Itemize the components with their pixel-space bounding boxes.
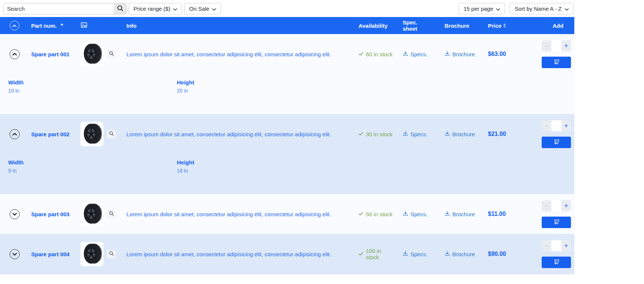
parts-catalog-page: Price range ($) On Sale 15 per page Sort… xyxy=(0,0,644,274)
add-to-cart-button[interactable] xyxy=(542,217,571,228)
sort-arrows-icon xyxy=(503,23,506,28)
row-main: Spare part 004 xyxy=(0,234,574,274)
magnifier-icon xyxy=(109,211,114,217)
sort-arrows-icon xyxy=(60,23,63,28)
cart-icon xyxy=(553,258,560,266)
part-name-link[interactable]: Spare part 001 xyxy=(31,51,69,57)
expander-chevron-icon xyxy=(12,213,17,216)
row-details: Width 9 in Height 18 in xyxy=(0,154,574,194)
chevron-up-icon xyxy=(12,23,17,29)
part-name-link[interactable]: Spare part 002 xyxy=(31,131,69,137)
quantity-decrease-button[interactable]: – xyxy=(542,200,551,211)
row-expander-button[interactable] xyxy=(10,209,20,219)
specs-download-link[interactable]: Specs. xyxy=(403,211,427,217)
row-main: Spare part 002 xyxy=(0,114,574,154)
header-availability: Availability xyxy=(346,23,393,29)
header-part-num[interactable]: Part num. xyxy=(24,23,78,29)
quantity-stepper: – + xyxy=(542,120,571,131)
table-row: Spare part 002 xyxy=(0,114,574,194)
width-value: 10 in xyxy=(8,88,177,94)
specs-download-link[interactable]: Specs. xyxy=(403,131,427,137)
parts-table: Part num. Info Availability Spec xyxy=(0,17,574,274)
row-main: Spare part 003 xyxy=(0,194,574,234)
chevron-down-icon xyxy=(565,6,569,12)
specs-download-link[interactable]: Specs. xyxy=(403,51,427,57)
height-detail: Height 18 in xyxy=(177,159,346,174)
brochure-download-link[interactable]: Brochure xyxy=(445,211,475,217)
zoom-image-button[interactable] xyxy=(107,210,116,218)
quantity-increase-button[interactable]: + xyxy=(561,120,571,131)
row-expander-button[interactable] xyxy=(10,49,20,59)
table-body: Spare part 001 xyxy=(0,34,574,274)
magnifier-icon xyxy=(109,51,114,57)
add-to-cart-button[interactable] xyxy=(542,57,571,68)
price-value: $63.00 xyxy=(488,51,506,57)
zoom-image-button[interactable] xyxy=(107,50,116,59)
magnifier-icon xyxy=(109,131,114,137)
quantity-input[interactable] xyxy=(551,200,561,211)
specs-download-link[interactable]: Specs. xyxy=(403,251,427,257)
height-detail: Height 20 in xyxy=(177,79,346,94)
specs-link-label: Specs. xyxy=(410,251,427,257)
stock-status: 50 in stock xyxy=(366,211,393,217)
part-name-link[interactable]: Spare part 003 xyxy=(31,211,69,217)
brochure-download-link[interactable]: Brochure xyxy=(445,51,475,57)
header-add: Add xyxy=(517,23,574,29)
price-range-filter-label: Price range ($) xyxy=(133,6,170,12)
chevron-down-icon xyxy=(212,6,216,12)
width-label: Width xyxy=(8,159,177,166)
part-name-link[interactable]: Spare part 004 xyxy=(31,251,69,257)
quantity-increase-button[interactable]: + xyxy=(561,240,571,251)
row-details: Width 10 in Height 20 in xyxy=(0,74,574,114)
page-size-select[interactable]: 15 per page xyxy=(459,3,505,14)
search-button[interactable] xyxy=(114,3,126,14)
quantity-input[interactable] xyxy=(551,120,561,131)
quantity-stepper: – + xyxy=(542,200,571,211)
tire-image xyxy=(82,203,102,226)
image-icon xyxy=(80,21,87,30)
row-expander-button[interactable] xyxy=(10,129,20,139)
tire-image xyxy=(82,123,102,146)
quantity-decrease-button[interactable]: – xyxy=(542,40,551,51)
row-expander-button[interactable] xyxy=(10,249,20,259)
header-brochure-label: Brochure xyxy=(445,23,469,29)
cart-icon xyxy=(553,218,560,226)
price-value: $90.00 xyxy=(488,251,506,257)
quantity-increase-button[interactable]: + xyxy=(561,40,571,51)
search-input[interactable] xyxy=(3,3,114,14)
add-to-cart-button[interactable] xyxy=(542,137,571,148)
zoom-image-button[interactable] xyxy=(107,130,116,138)
sort-select[interactable]: Sort by Name A - Z xyxy=(510,3,574,14)
download-icon xyxy=(445,131,450,137)
quantity-decrease-button[interactable]: – xyxy=(542,120,551,131)
add-to-cart-button[interactable] xyxy=(542,257,571,268)
header-price[interactable]: Price xyxy=(476,23,517,29)
quantity-decrease-button[interactable]: – xyxy=(542,240,551,251)
stock-status: 30 in stock xyxy=(366,131,393,137)
brochure-download-link[interactable]: Brochure xyxy=(445,131,475,137)
collapse-all-button[interactable] xyxy=(10,21,19,30)
header-spec-sheet-label: Spec. sheet xyxy=(403,19,430,32)
height-label: Height xyxy=(177,79,346,86)
quantity-input[interactable] xyxy=(551,40,561,51)
height-value: 20 in xyxy=(177,88,346,94)
brochure-download-link[interactable]: Brochure xyxy=(445,251,475,257)
on-sale-filter[interactable]: On Sale xyxy=(184,3,221,14)
part-info-text: Lorem ipsum dolor sit amet, consectetur … xyxy=(126,51,331,57)
specs-link-label: Specs. xyxy=(410,131,427,137)
price-range-filter[interactable]: Price range ($) xyxy=(129,3,182,14)
zoom-image-button[interactable] xyxy=(107,250,116,258)
expander-chevron-icon xyxy=(12,253,17,256)
page-size-label: 15 per page xyxy=(463,6,493,12)
quantity-input[interactable] xyxy=(551,240,561,251)
download-icon xyxy=(445,251,450,257)
check-icon xyxy=(359,251,363,257)
chevron-down-icon xyxy=(173,6,177,12)
part-thumbnail xyxy=(80,202,103,226)
table-row: Spare part 001 xyxy=(0,34,574,114)
brochure-link-label: Brochure xyxy=(452,251,475,257)
table-header: Part num. Info Availability Spec xyxy=(0,17,574,34)
part-info-text: Lorem ipsum dolor sit amet, consectetur … xyxy=(126,131,331,137)
quantity-increase-button[interactable]: + xyxy=(561,200,571,211)
toolbar-right: 15 per page Sort by Name A - Z xyxy=(456,3,574,14)
